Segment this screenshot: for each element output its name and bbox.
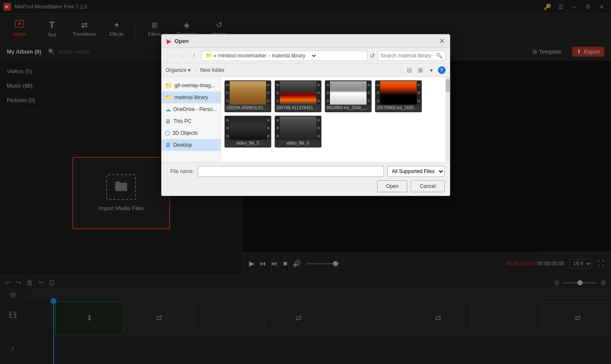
dialog-overlay: ▶ Open ✕ ‹ › ↑ 📁 « minitool moviemarker … [0, 0, 611, 364]
file-row-2: video_file_5 video_file_6 [225, 116, 446, 148]
thumb-visual-4 [376, 81, 421, 105]
path-breadcrumb-1: minitool moviemarker [218, 53, 267, 59]
search-input[interactable] [381, 53, 435, 59]
view-list-button[interactable]: ⊟ [405, 65, 414, 75]
dialog-toolbar: Organize ▾ | New folder ⊟ ⊞ ▾ ? [162, 63, 450, 77]
sidebar-item-onedrive[interactable]: ☁ OneDrive - Perso... [162, 103, 221, 115]
sidebar-item-desktop[interactable]: 🖥 Desktop [162, 139, 221, 151]
thumb-img-2 [276, 81, 321, 105]
toolbar-separator: | [195, 68, 196, 72]
thumb-visual-2 [276, 81, 321, 105]
organize-chevron-icon: ▾ [188, 67, 190, 73]
dialog-titlebar: ▶ Open ✕ [162, 34, 450, 48]
open-dialog: ▶ Open ✕ ‹ › ↑ 📁 « minitool moviemarker … [161, 34, 450, 196]
thumb-visual-5 [225, 117, 270, 140]
forward-button[interactable]: › [178, 51, 187, 60]
film-strip-right-6 [316, 117, 321, 140]
pc-icon: 🖥 [165, 118, 171, 125]
file-thumb-3[interactable]: 9910865-hd_2048_1080_25fps (1) [325, 80, 372, 112]
thumb-img-1 [225, 81, 270, 105]
file-name-label: File name: [167, 168, 194, 174]
sidebar-item-onedrive-label: OneDrive - Perso... [173, 106, 217, 112]
sidebar-item-material-library[interactable]: 📁 material library [162, 91, 221, 103]
path-bar: 📁 « minitool moviemarker › material libr… [202, 51, 367, 61]
dialog-action-row: Open Cancel [167, 180, 445, 192]
open-button[interactable]: Open [377, 180, 407, 192]
dialog-file-sidebar: 📁 gif-overlay-imag... 📁 material library… [162, 77, 221, 162]
organize-label: Organize [166, 67, 187, 73]
dialog-body: 📁 gif-overlay-imag... 📁 material library… [162, 77, 450, 162]
filetype-select[interactable]: All Supported Files Video Files Image Fi… [387, 166, 445, 177]
path-folder-icon: 📁 [205, 52, 212, 59]
sidebar-item-gif-overlay-label: gif-overlay-imag... [175, 82, 215, 88]
file-thumb-4[interactable]: 20576968-hd_1920_1080_25fps [375, 80, 422, 112]
view-grid-button[interactable]: ⊞ [416, 65, 425, 75]
dialog-bottom: File name: All Supported Files Video Fil… [162, 162, 450, 196]
thumb-name-2: 199788-911378451_small(1) [276, 105, 321, 111]
film-strip-left-4 [376, 81, 380, 105]
file-row-1: 199294-909903183_small (1)(1) 1 [225, 80, 446, 112]
search-box: 🔍 [378, 51, 446, 61]
new-folder-label: New folder [200, 67, 225, 73]
file-thumb-2[interactable]: 199788-911378451_small(1) [275, 80, 321, 112]
thumb-name-1: 199294-909903183_small (1)(1) [225, 105, 270, 111]
organize-button[interactable]: Organize ▾ [166, 67, 191, 73]
thumb-img-5 [225, 117, 270, 140]
help-button[interactable]: ? [438, 66, 446, 74]
thumb-img-3 [326, 81, 371, 105]
dialog-files-area: 199294-909903183_small (1)(1) 1 [221, 77, 450, 162]
view-buttons: ⊟ ⊞ ▾ ? [405, 65, 446, 75]
dialog-title-area: ▶ Open [167, 38, 189, 45]
path-breadcrumb-2: material library [272, 53, 305, 59]
film-strip-right-2 [316, 81, 321, 105]
refresh-button[interactable]: ↺ [370, 52, 375, 59]
film-strip-left-2 [276, 81, 280, 105]
thumb-visual-3 [326, 81, 371, 105]
new-folder-button[interactable]: New folder [200, 67, 225, 73]
folder-icon: 📁 [165, 82, 172, 89]
back-button[interactable]: ‹ [166, 51, 175, 60]
sidebar-item-3d-objects[interactable]: ⬡ 3D Objects [162, 127, 221, 139]
thumb-visual-6 [276, 117, 321, 140]
dialog-nav: ‹ › ↑ 📁 « minitool moviemarker › materia… [162, 48, 450, 63]
filename-input[interactable] [198, 166, 384, 177]
dialog-logo-icon: ▶ [167, 38, 171, 45]
sidebar-item-3d-objects-label: 3D Objects [173, 130, 198, 136]
dialog-close-button[interactable]: ✕ [439, 37, 445, 45]
cloud-icon: ☁ [165, 106, 171, 113]
film-strip-left-6 [276, 117, 280, 140]
sidebar-item-desktop-label: Desktop [173, 142, 192, 148]
dialog-title-text: Open [175, 38, 189, 44]
thumb-name-4: 20576968-hd_1920_1080_25fps [376, 105, 421, 111]
files-scrollbar[interactable] [446, 77, 450, 162]
film-strip-right-5 [266, 117, 270, 140]
film-strip-right-1 [266, 81, 270, 105]
thumb-name-5: video_file_5 [225, 140, 270, 146]
breadcrumb-sep: › [268, 53, 270, 59]
3d-objects-icon: ⬡ [165, 130, 170, 136]
thumb-visual-1 [225, 81, 270, 105]
thumb-img-4 [376, 81, 421, 105]
files-scrollbar-thumb [446, 79, 450, 92]
path-part-1: « [214, 53, 217, 59]
sidebar-item-this-pc[interactable]: 🖥 This PC [162, 115, 221, 127]
file-thumb-5[interactable]: video_file_5 [225, 116, 271, 148]
sidebar-item-this-pc-label: This PC [173, 118, 192, 124]
sidebar-item-material-library-label: material library [175, 94, 208, 100]
desktop-icon: 🖥 [165, 142, 171, 148]
film-strip-right-4 [417, 81, 421, 105]
film-strip-left-3 [326, 81, 330, 105]
film-strip-right-3 [367, 81, 371, 105]
file-thumb-1[interactable]: 199294-909903183_small (1)(1) [225, 80, 271, 112]
cancel-button[interactable]: Cancel [411, 180, 444, 192]
film-strip-left-5 [225, 117, 230, 140]
path-dropdown[interactable] [309, 52, 317, 59]
thumb-img-6 [276, 117, 321, 140]
search-icon: 🔍 [436, 53, 443, 59]
view-details-button[interactable]: ▾ [427, 65, 436, 75]
file-thumb-6[interactable]: video_file_6 [275, 116, 321, 148]
film-strip-left-1 [225, 81, 230, 105]
up-button[interactable]: ↑ [190, 51, 199, 60]
folder-icon: 📁 [165, 94, 172, 101]
sidebar-item-gif-overlay[interactable]: 📁 gif-overlay-imag... [162, 80, 221, 91]
